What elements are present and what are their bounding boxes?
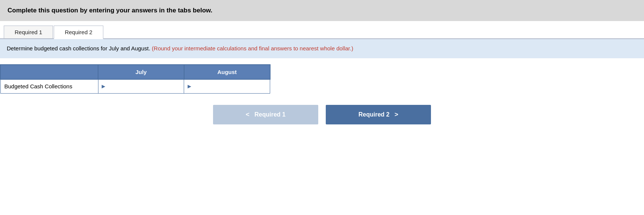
input-cell-august[interactable]: ► <box>184 79 270 94</box>
row-label-budgeted-cash-collections: Budgeted Cash Collections <box>0 79 98 94</box>
next-icon: > <box>395 111 398 118</box>
header-bar: Complete this question by entering your … <box>0 0 644 21</box>
header-text: Complete this question by entering your … <box>8 7 212 14</box>
table-row: Budgeted Cash Collections ► ► <box>0 79 270 94</box>
instruction-note-text: (Round your intermediate calculations an… <box>152 45 353 51</box>
tab-required-2[interactable]: Required 2 <box>54 26 103 39</box>
col-header-label <box>0 65 98 79</box>
table-header-row: July August <box>0 65 270 79</box>
buttons-row: < Required 1 Required 2 > <box>0 94 644 132</box>
next-label: Required 2 <box>358 111 390 118</box>
prev-button[interactable]: < Required 1 <box>213 105 318 124</box>
instruction-box: Determine budgeted cash collections for … <box>0 39 644 58</box>
col-header-july: July <box>98 65 184 79</box>
input-july[interactable] <box>108 80 184 93</box>
arrow-august-icon: ► <box>184 83 194 90</box>
tab-required-1[interactable]: Required 1 <box>4 26 53 38</box>
prev-icon: < <box>246 111 249 118</box>
prev-label: Required 1 <box>254 111 286 118</box>
next-button[interactable]: Required 2 > <box>326 105 431 124</box>
tabs-container: Required 1 Required 2 <box>0 21 644 39</box>
input-august[interactable] <box>194 80 270 93</box>
table-section: July August Budgeted Cash Collections ► … <box>0 58 644 94</box>
arrow-july-icon: ► <box>98 83 108 90</box>
data-table: July August Budgeted Cash Collections ► … <box>0 64 271 94</box>
input-cell-july[interactable]: ► <box>98 79 184 94</box>
instruction-main-text: Determine budgeted cash collections for … <box>7 45 150 51</box>
col-header-august: August <box>184 65 270 79</box>
